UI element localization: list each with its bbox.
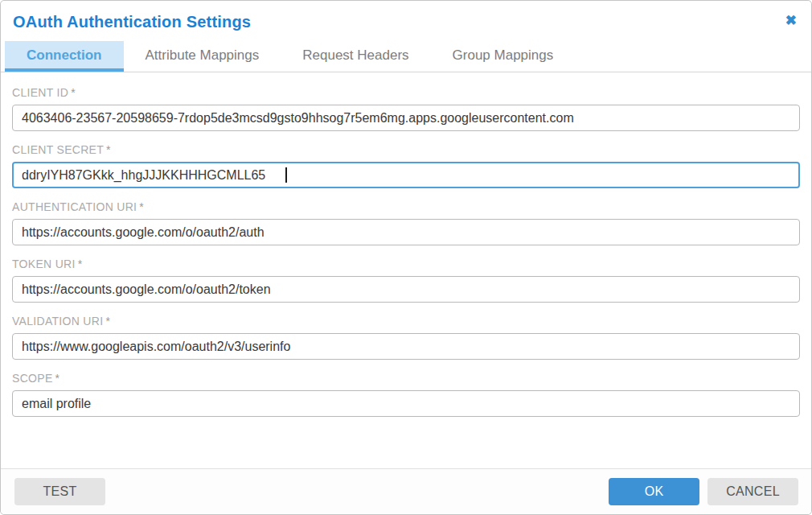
token-uri-input-wrap <box>12 276 800 303</box>
required-asterisk: * <box>105 315 109 328</box>
authentication-uri-label: AUTHENTICATION URI <box>12 200 137 213</box>
test-button[interactable]: TEST <box>14 478 105 505</box>
field-client-secret: CLIENT SECRET* <box>12 142 800 188</box>
required-asterisk: * <box>139 200 143 213</box>
text-caret <box>285 167 287 183</box>
client-secret-input[interactable] <box>12 162 800 188</box>
client-secret-input-wrap <box>12 162 800 188</box>
cancel-button[interactable]: CANCEL <box>707 478 798 505</box>
connection-form: CLIENT ID* CLIENT SECRET* AUTHENTICATION… <box>1 72 811 468</box>
tab-bar: Connection Attribute Mappings Request He… <box>1 41 811 72</box>
field-validation-uri: VALIDATION URI* <box>12 314 800 360</box>
authentication-uri-input[interactable] <box>12 219 800 245</box>
tab-attribute-mappings[interactable]: Attribute Mappings <box>124 41 281 72</box>
ok-button[interactable]: OK <box>609 478 699 505</box>
client-id-input[interactable] <box>12 105 800 131</box>
dialog-header: OAuth Authentication Settings ✖ <box>1 1 811 39</box>
required-asterisk: * <box>71 86 75 99</box>
field-token-uri: TOKEN URI* <box>12 257 800 303</box>
client-id-input-wrap <box>12 105 800 131</box>
close-icon[interactable]: ✖ <box>785 14 797 27</box>
tab-connection[interactable]: Connection <box>5 41 124 72</box>
oauth-settings-dialog: OAuth Authentication Settings ✖ Connecti… <box>0 0 812 515</box>
client-id-label: CLIENT ID <box>12 86 68 99</box>
dialog-title: OAuth Authentication Settings <box>13 13 251 31</box>
required-asterisk: * <box>78 258 82 270</box>
token-uri-label: TOKEN URI <box>12 258 76 270</box>
tab-group-mappings[interactable]: Group Mappings <box>431 41 576 72</box>
field-client-id: CLIENT ID* <box>12 85 800 131</box>
tab-request-headers[interactable]: Request Headers <box>281 41 430 72</box>
scope-input[interactable] <box>12 390 800 417</box>
token-uri-input[interactable] <box>12 276 800 303</box>
validation-uri-input-wrap <box>12 333 800 360</box>
field-authentication-uri: AUTHENTICATION URI* <box>12 200 800 245</box>
field-scope: SCOPE* <box>12 371 800 417</box>
validation-uri-input[interactable] <box>12 333 800 360</box>
scope-label: SCOPE <box>12 372 53 385</box>
required-asterisk: * <box>55 372 59 385</box>
required-asterisk: * <box>106 143 110 156</box>
dialog-footer: TEST OK CANCEL <box>1 468 811 514</box>
authentication-uri-input-wrap <box>12 219 800 245</box>
client-secret-label: CLIENT SECRET <box>12 143 104 156</box>
scope-input-wrap <box>12 390 800 417</box>
validation-uri-label: VALIDATION URI <box>12 315 103 328</box>
